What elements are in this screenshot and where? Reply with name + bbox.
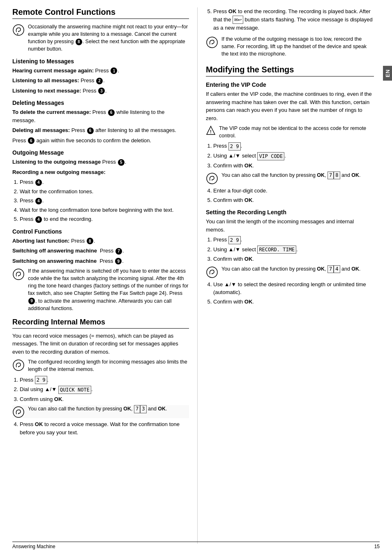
memos-note: The configured recording length for inco… [12,358,189,373]
svg-point-8 [207,173,217,184]
note-icon-1: ✦ [12,24,25,36]
vip-step-3: Confirm with OK. [213,162,374,170]
svg-point-3 [13,360,24,371]
outgoing-step-2: Wait for the confirmation tones. [20,188,189,196]
memos-step-2: Dial using ▲/▼ QUICK NOTE. [20,385,189,394]
vip-warn: ! The VIP code may not be identical to t… [206,125,374,139]
vip-step-2: Using ▲/▼ select VIP CODE. [213,152,374,160]
delete-confirm: Press 6 again within five seconds to con… [12,137,189,145]
vip-steps-2: Enter a four-digit code. Confirm with OK… [213,187,374,204]
svg-point-9 [207,267,217,278]
warn-icon-1: ! [206,125,216,135]
recording-new-heading: Recording a new outgoing message: [12,168,189,176]
outgoing-step-3: Press 4. [20,197,189,205]
page: EN Remote Control Functions ✦ Occasional… [0,0,392,556]
switching-off: Switching off answering machine Press 7. [12,247,189,255]
svg-point-5 [207,37,217,48]
section-control-heading: Control Functions [12,228,189,235]
svg-text:✦: ✦ [16,32,19,35]
note-icon-4 [12,406,25,418]
kbd-quicknote: QUICK NOTE [58,386,91,394]
right-note-1: If the volume of the outgoing message is… [206,35,374,58]
kbd-8-vip: 8 [334,171,340,179]
top-note-text: Occasionally the answering machine might… [28,23,189,53]
memos-step4-list: Press OK to record a voice message. Wait… [20,420,189,436]
rec-steps-2: Use ▲/▼ to select the desired recording … [213,280,374,306]
control-note-text: If the answering machine is switched off… [28,267,189,312]
rec-step-4: Use ▲/▼ to select the desired recording … [213,280,374,297]
kbd-7-rec: 7 [327,265,334,273]
svg-point-4 [13,407,24,417]
content-area: Remote Control Functions ✦ Occasionally … [0,0,392,556]
vip-sub-note-text: You can also call the function by pressi… [221,171,361,179]
memos-note-text: The configured recording length for inco… [28,358,189,373]
memos-step-1: Press 2 9. [20,376,189,385]
kbd-4-rec: 4 [334,265,340,273]
hearing-current: Hearing current message again: Press 1. [12,67,189,75]
kbd-29-vip: 2 9 [228,142,241,151]
kbd-29-1: 2 9 [35,376,47,384]
rec-step-1: Press 2 9. [213,236,374,244]
right-step-5: Press OK to end the recording. The recor… [213,7,374,32]
kbd-29-rec: 2 9 [228,236,241,244]
right-column: Press OK to end the recording. The recor… [197,7,374,544]
memos-step-4: Press OK to record a voice message. Wait… [20,420,189,436]
outgoing-step-1: Press 4. [20,178,189,186]
memos-sub-note: You can also call the function by pressi… [12,405,189,418]
left-column: Remote Control Functions ✦ Occasionally … [12,7,189,544]
top-note: ✦ Occasionally the answering machine mig… [12,23,189,53]
rec-sub-note-text: You can also call the function by pressi… [221,265,361,273]
rec-step-3: Confirm with OK. [213,255,374,263]
recording-length-intro: You can limit the length of the incoming… [206,218,374,234]
vip-sub-note: You can also call the function by pressi… [206,171,374,185]
footer-page-number: 15 [374,544,380,549]
left-main-title: Remote Control Functions [12,7,189,19]
delete-all: Deleting all messages: Press 6 after lis… [12,126,189,134]
footer-label: Answering Machine [12,544,55,549]
kbd-recordtime: RECORD. TIME [257,246,296,254]
page-footer: Answering Machine 15 [12,542,380,549]
memos-steps: Press 2 9. Dial using ▲/▼ QUICK NOTE. Co… [20,376,189,403]
section-outgoing-heading: Outgoing Message [12,149,189,156]
rec-step-2: Using ▲/▼ select RECORD. TIME. [213,246,374,254]
vip-heading: Entering the VIP Code [206,81,374,88]
memos-sub-note-text: You can also call the function by pressi… [28,405,167,413]
vip-steps-1: Press 2 9. Using ▲/▼ select VIP CODE. Co… [213,142,374,169]
listening-next: Listening to next message: Press 3. [12,87,189,95]
kbd-7-vip: 7 [327,171,334,179]
memos-step-3: Confirm using OK. [20,395,189,403]
en-language-tab: EN [383,66,392,81]
vip-step-4: Enter a four-digit code. [213,187,374,195]
section-deleting-heading: Deleting Messages [12,100,189,106]
note-icon-7 [206,266,218,278]
delete-current: To delete the current message: Press 6 w… [12,108,189,124]
kbd-vipcode: VIP CODE [257,152,284,160]
listening-all: Listening to all messages: Press 2. [12,76,189,85]
note-icon-2 [12,268,25,280]
svg-point-2 [13,269,24,280]
right-top-steps: Press OK to end the recording. The recor… [213,7,374,32]
rec-steps-1: Press 2 9. Using ▲/▼ select RECORD. TIME… [213,236,374,263]
recording-memos-intro: You can record voice messages (= memos),… [12,332,189,356]
note-icon-6 [206,172,218,185]
section-listening-heading: Listening to Messages [12,58,189,65]
aborting: Aborting last function: Press 8. [12,237,189,245]
note-icon-5 [206,36,218,49]
recording-length-heading: Setting the Recording Length [206,209,374,215]
flashing-btn-icon: ✉↩ [233,16,243,24]
right-main-title: Modifying the Settings [206,65,374,76]
switching-on: Switching on answering machine Press 9. [12,257,189,265]
svg-text:!: ! [210,129,212,134]
rec-sub-note: You can also call the function by pressi… [206,265,374,278]
vip-step-1: Press 2 9. [213,142,374,151]
vip-warn-text: The VIP code may not be identical to the… [219,125,374,139]
outgoing-step-5: Press 4 to end the recording. [20,215,189,223]
note-icon-3 [12,359,25,371]
right-note-1-text: If the volume of the outgoing message is… [221,35,374,58]
rec-step-5: Confirm with OK. [213,298,374,306]
vip-intro: If callers enter the VIP code, the machi… [206,90,374,122]
kbd-3: 3 [140,405,146,413]
vip-step-5: Confirm with OK. [213,196,374,204]
kbd-7: 7 [134,405,140,413]
num-8-circle: 8 [76,39,82,45]
